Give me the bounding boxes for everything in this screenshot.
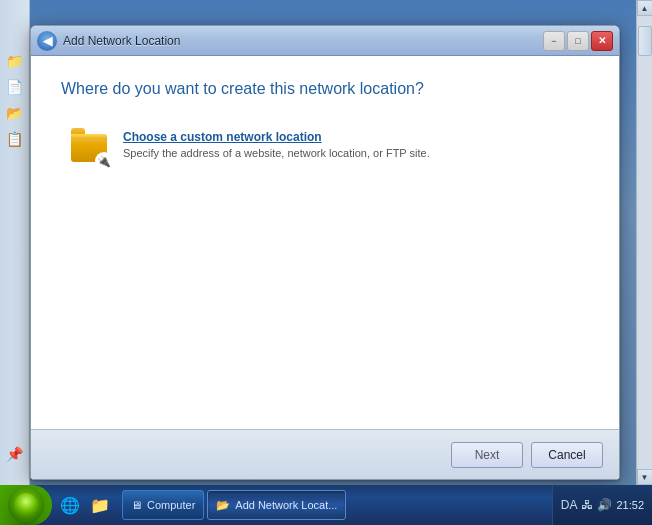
right-scrollbar: ▲ ▼ — [636, 0, 652, 485]
computer-icon: 🖥 — [131, 499, 142, 511]
close-button[interactable]: ✕ — [591, 31, 613, 51]
taskbar-computer-program[interactable]: 🖥 Computer — [122, 490, 204, 520]
desktop: 📁 📄 📂 📋 📌 ▲ ▼ ◀ Add Network Location − □… — [0, 0, 652, 525]
start-orb — [8, 487, 44, 523]
network-taskbar-icon: 📂 — [216, 499, 230, 512]
option-text-block: Choose a custom network location Specify… — [123, 130, 581, 159]
title-bar: ◀ Add Network Location − □ ✕ — [31, 26, 619, 56]
dialog-heading: Where do you want to create this network… — [61, 80, 589, 98]
maximize-button[interactable]: □ — [567, 31, 589, 51]
scrollbar-down-arrow[interactable]: ▼ — [637, 469, 653, 485]
folder-icon-container: 🔌 — [69, 130, 109, 166]
folder-launch-icon[interactable]: 📁 — [86, 491, 114, 519]
minimize-button[interactable]: − — [543, 31, 565, 51]
option-title[interactable]: Choose a custom network location — [123, 130, 581, 144]
lang-indicator: DA — [561, 498, 578, 512]
option-description: Specify the address of a website, networ… — [123, 147, 581, 159]
dialog-content: Where do you want to create this network… — [31, 56, 619, 479]
network-tray-icon[interactable]: 🖧 — [581, 498, 593, 512]
quick-launch-icons: 🌐 📁 — [52, 491, 118, 519]
taskbar-network-program[interactable]: 📂 Add Network Locat... — [207, 490, 346, 520]
next-button[interactable]: Next — [451, 442, 523, 468]
sidebar-icon-2[interactable]: 📄 — [4, 76, 26, 98]
content-main: Where do you want to create this network… — [31, 56, 619, 429]
title-arrow-icon: ◀ — [37, 31, 57, 51]
network-overlay-icon: 🔌 — [95, 152, 113, 170]
scrollbar-thumb[interactable] — [638, 26, 652, 56]
sidebar-icon-1[interactable]: 📁 — [4, 50, 26, 72]
taskbar: 🌐 📁 🖥 Computer 📂 Add Network Locat... DA… — [0, 485, 652, 525]
start-button[interactable] — [0, 485, 52, 525]
custom-network-option[interactable]: 🔌 Choose a custom network location Speci… — [61, 122, 589, 174]
system-tray: DA 🖧 🔊 21:52 — [552, 485, 652, 525]
ie-icon[interactable]: 🌐 — [56, 491, 84, 519]
network-taskbar-label: Add Network Locat... — [235, 499, 337, 511]
sidebar-icon-3[interactable]: 📂 — [4, 102, 26, 124]
cancel-button[interactable]: Cancel — [531, 442, 603, 468]
add-network-location-dialog: ◀ Add Network Location − □ ✕ Where do yo… — [30, 25, 620, 480]
taskbar-programs: 🖥 Computer 📂 Add Network Locat... — [118, 490, 552, 520]
title-buttons: − □ ✕ — [543, 31, 613, 51]
scrollbar-up-arrow[interactable]: ▲ — [637, 0, 653, 16]
sidebar-panel: 📁 📄 📂 📋 📌 — [0, 0, 30, 485]
volume-icon[interactable]: 🔊 — [597, 498, 612, 512]
clock: 21:52 — [616, 498, 644, 512]
sidebar-icon-bottom[interactable]: 📌 — [4, 443, 26, 465]
sidebar-icon-4[interactable]: 📋 — [4, 128, 26, 150]
dialog-icon: ◀ — [37, 31, 57, 51]
start-orb-inner — [14, 493, 38, 517]
dialog-footer: Next Cancel — [31, 429, 619, 479]
scrollbar-track — [637, 16, 652, 469]
computer-label: Computer — [147, 499, 195, 511]
dialog-title: Add Network Location — [63, 34, 543, 48]
